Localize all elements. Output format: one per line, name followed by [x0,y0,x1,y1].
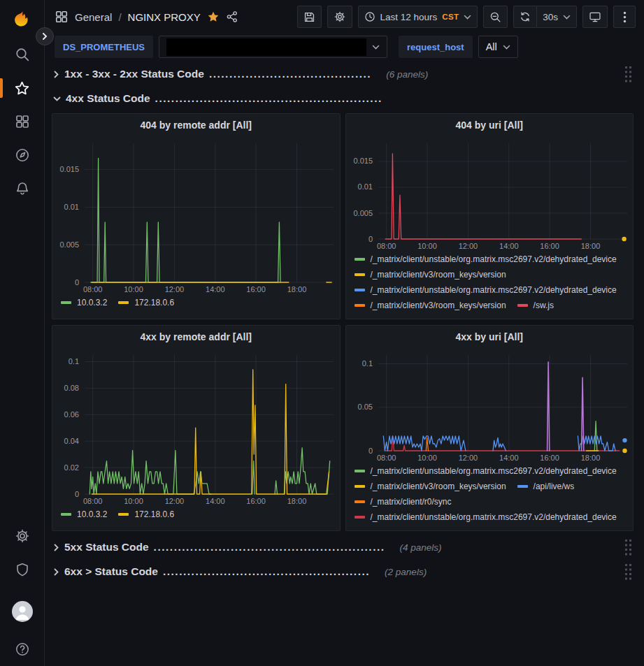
row-header-1xx-3xx-2xx[interactable]: 1xx - 3xx - 2xx Status Code ............… [52,64,634,84]
share-icon[interactable] [226,10,238,23]
legend-item[interactable]: /_matrix/client/v3/room_keys/version [355,269,506,280]
legend-color-swatch [355,289,365,291]
save-dashboard-button[interactable] [297,6,322,28]
legend-color-swatch [61,513,71,516]
timeseries-chart[interactable]: 00.0050.010.01508:0010:0012:0014:0016:00… [52,136,340,296]
breadcrumb-section[interactable]: General [75,11,112,23]
favorite-star-icon[interactable] [207,10,220,23]
svg-text:0: 0 [368,235,372,243]
panel-header[interactable]: 404 by remote addr [All] [52,114,340,136]
apps-icon [55,10,69,24]
row-drag-handle-icon[interactable] [624,539,634,556]
legend-color-swatch [355,516,365,519]
legend-label: /_matrix/client/v3/room_keys/version [371,482,506,491]
svg-text:0.015: 0.015 [353,157,373,165]
sidebar-item-configuration[interactable] [0,519,44,553]
chevron-down-icon [563,15,571,20]
panel-header[interactable]: 4xx by uri [All] [346,326,634,348]
legend-item[interactable]: /_matrix/client/v3/room_keys/version [355,481,506,491]
row-title: 5xx Status Code [64,541,149,553]
timeseries-chart[interactable]: 00.0050.010.01508:0010:0012:0014:0016:00… [346,136,634,252]
row-header-4xx[interactable]: 4xx Status Code ........................… [52,89,634,108]
legend-item[interactable]: /sw.js [517,300,554,310]
dashboard-settings-button[interactable] [327,6,352,28]
legend-color-swatch [118,513,129,516]
time-range-label: Last 12 hours [380,12,438,22]
sidebar-bottom-group [0,519,44,666]
svg-text:14:00: 14:00 [206,497,225,505]
dashboard-title: NGINX PROXY [128,11,201,23]
avatar-person-icon [12,601,33,622]
breadcrumb-separator: / [118,11,121,23]
breadcrumb: General / NGINX PROXY [55,10,238,24]
legend-item[interactable]: /_matrix/client/unstable/org.matrix.msc2… [355,284,617,295]
panel-404-by-uri: 404 by uri [All] 00.0050.010.01508:0010:… [345,113,634,319]
legend-item[interactable]: /api/live/ws [517,481,575,491]
sidebar-item-search[interactable] [0,38,44,71]
sidebar-item-profile[interactable] [0,595,44,628]
timeseries-chart[interactable]: 00.020.040.060.080.108:0010:0012:0014:00… [52,348,340,507]
svg-text:0.06: 0.06 [64,410,79,419]
alerting-bell-icon [15,181,30,196]
legend-item[interactable]: 10.0.3.2 [61,509,107,519]
timezone-label: CST [442,13,459,21]
legend-color-swatch [118,301,129,304]
refresh-button[interactable] [513,6,537,28]
row-drag-handle-icon[interactable] [624,66,634,83]
panel-title: 404 by uri [All] [456,120,523,131]
legend-item[interactable]: /_matrix/client/unstable/org.matrix.msc2… [355,254,617,264]
svg-text:16:00: 16:00 [540,242,559,250]
chevron-right-icon [41,33,48,40]
legend-item[interactable]: /_matrix/client/v3/room_keys/version [355,300,506,310]
kebab-menu-button[interactable] [613,6,636,28]
sidebar-item-server-admin[interactable] [0,553,44,586]
svg-text:0.05: 0.05 [357,403,372,411]
svg-text:10:00: 10:00 [124,285,143,294]
request-host-variable-select[interactable]: All [478,36,518,58]
sidebar-item-starred[interactable] [0,71,44,105]
row-header-6xx[interactable]: 6xx > Status Code ......................… [52,562,634,581]
row-drag-handle-icon[interactable] [624,563,634,581]
panel-title: 4xx by remote addr [All] [141,331,252,342]
time-range-picker[interactable]: Last 12 hours CST [358,6,478,28]
legend-item[interactable]: /_matrix/client/unstable/org.matrix.msc2… [355,512,617,522]
legend-label: /_matrix/client/v3/room_keys/version [371,270,506,280]
chevron-right-icon [53,71,59,78]
chevron-right-icon [53,568,59,576]
svg-text:0.01: 0.01 [64,203,79,211]
sidebar-item-help[interactable] [0,632,44,666]
request-host-value: All [486,41,497,52]
legend-color-swatch [355,304,365,307]
panel-header[interactable]: 404 by uri [All] [346,114,634,136]
sidebar-item-explore[interactable] [0,138,44,172]
row-title: 6xx > Status Code [64,565,158,578]
refresh-interval-button[interactable]: 30s [537,6,577,28]
active-indicator-bar [0,78,3,98]
sidebar-item-dashboards[interactable] [0,105,44,138]
legend-item[interactable]: 172.18.0.6 [118,509,174,519]
sidebar-expand-button[interactable] [36,27,54,45]
sidebar-item-alerting[interactable] [0,172,44,205]
timeseries-chart[interactable]: 00.050.108:0010:0012:0014:0016:0018:00 [346,348,634,464]
legend-color-swatch [355,470,365,472]
request-host-variable-label: request_host [399,36,473,58]
monitor-icon [589,10,601,23]
legend-label: /sw.js [534,301,554,310]
datasource-variable-select[interactable] [159,36,387,58]
zoom-out-button[interactable] [483,6,508,28]
panel-header[interactable]: 4xx by remote addr [All] [52,326,340,348]
legend-item[interactable]: /_matrix/client/r0/sync [355,496,452,507]
row-title-dots: ........................................… [155,92,382,105]
help-icon [15,642,30,657]
chevron-down-icon [503,45,510,50]
row-header-5xx[interactable]: 5xx Status Code ........................… [52,537,634,557]
cycle-view-mode-button[interactable] [582,6,608,28]
dashboard-header: General / NGINX PROXY [45,0,644,34]
legend-item[interactable]: /_matrix/client/unstable/org.matrix.msc2… [355,465,617,476]
legend-item[interactable]: 10.0.3.2 [61,297,107,307]
clock-icon [364,11,375,22]
legend-color-swatch [517,304,528,307]
svg-text:0.1: 0.1 [362,359,372,368]
svg-text:14:00: 14:00 [206,285,225,294]
legend-item[interactable]: 172.18.0.6 [118,297,174,307]
